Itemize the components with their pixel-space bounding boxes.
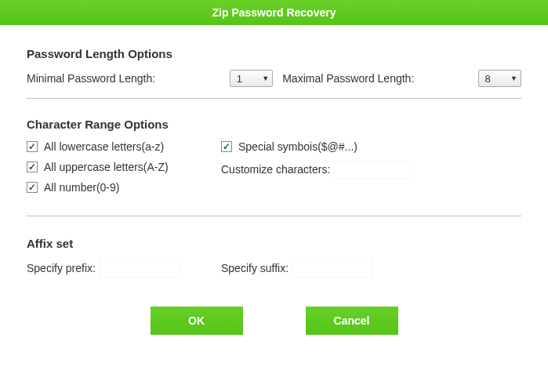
content-area: Password Length Options Minimal Password… xyxy=(0,25,548,350)
customize-label: Customize characters: xyxy=(221,163,330,176)
char-options: ✓ All lowercase letters(a-z) ✓ All upper… xyxy=(27,140,521,201)
suffix-input[interactable] xyxy=(293,260,372,277)
max-length-label: Maximal Password Length: xyxy=(282,72,477,85)
window-title: Zip Password Recovery xyxy=(212,6,336,19)
min-length-value: 1 xyxy=(237,73,242,85)
check-icon: ✓ xyxy=(28,142,36,151)
max-length-value: 8 xyxy=(485,73,491,85)
char-col-left: ✓ All lowercase letters(a-z) ✓ All upper… xyxy=(27,140,221,201)
max-length-select[interactable]: 8 ▼ xyxy=(478,70,521,87)
lowercase-label: All lowercase letters(a-z) xyxy=(44,140,164,153)
char-col-right: ✓ Special symbois($@#...) Customize char… xyxy=(221,140,413,201)
chevron-down-icon: ▼ xyxy=(510,74,517,82)
numbers-label: All number(0-9) xyxy=(44,181,119,194)
button-row: OK Cancel xyxy=(27,307,521,335)
uppercase-label: All uppercase letters(A-Z) xyxy=(44,161,169,173)
divider xyxy=(27,216,521,216)
customize-input[interactable] xyxy=(335,161,413,178)
symbols-label: Special symbois($@#...) xyxy=(238,140,357,153)
prefix-label: Specify prefix: xyxy=(27,262,96,274)
affix-heading: Affix set xyxy=(27,237,521,250)
length-heading: Password Length Options xyxy=(27,47,521,60)
symbols-checkbox[interactable]: ✓ xyxy=(221,141,232,152)
check-icon: ✓ xyxy=(28,162,36,172)
check-icon: ✓ xyxy=(223,142,230,151)
uppercase-row: ✓ All uppercase letters(A-Z) xyxy=(27,161,221,173)
title-bar: Zip Password Recovery xyxy=(0,0,548,25)
numbers-checkbox[interactable]: ✓ xyxy=(27,182,38,193)
ok-button[interactable]: OK xyxy=(151,307,243,335)
prefix-input[interactable] xyxy=(100,260,179,277)
length-row: Minimal Password Length: 1 ▼ Maximal Pas… xyxy=(27,70,521,87)
chars-heading: Character Range Options xyxy=(27,118,521,131)
uppercase-checkbox[interactable]: ✓ xyxy=(27,162,38,172)
divider xyxy=(27,98,521,99)
symbols-row: ✓ Special symbois($@#...) xyxy=(221,140,413,153)
affix-row: Specify prefix: Specify suffix: xyxy=(27,260,521,277)
cancel-button[interactable]: Cancel xyxy=(306,307,398,335)
suffix-label: Specify suffix: xyxy=(221,262,289,274)
customize-row: Customize characters: xyxy=(221,161,413,178)
lowercase-row: ✓ All lowercase letters(a-z) xyxy=(27,140,221,153)
check-icon: ✓ xyxy=(28,183,36,192)
min-length-select[interactable]: 1 ▼ xyxy=(230,70,273,87)
numbers-row: ✓ All number(0-9) xyxy=(27,181,221,194)
min-length-label: Minimal Password Length: xyxy=(27,72,230,85)
chevron-down-icon: ▼ xyxy=(262,74,269,82)
lowercase-checkbox[interactable]: ✓ xyxy=(27,141,38,152)
